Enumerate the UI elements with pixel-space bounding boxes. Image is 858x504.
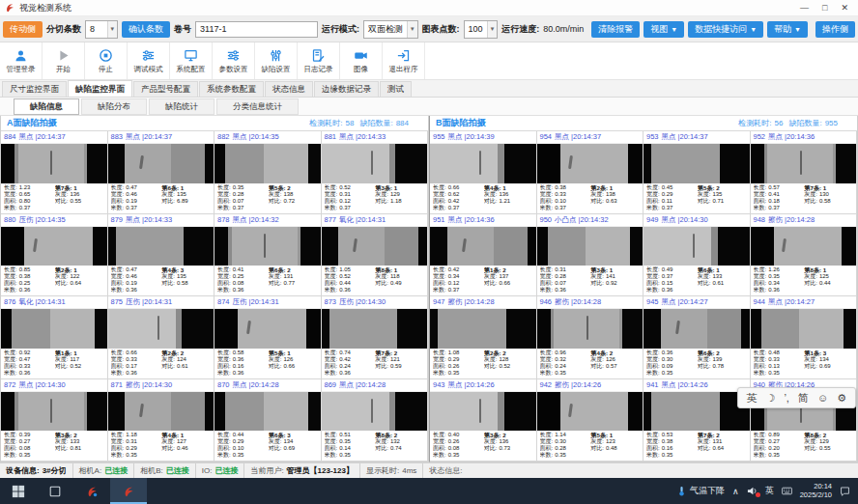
ribbon-params-button[interactable]: 参数设置 (213, 42, 255, 79)
start-button[interactable] (0, 478, 37, 504)
close-button[interactable]: ✕ (841, 1, 848, 14)
ribbon-tune-button[interactable]: 调试模式 (128, 42, 170, 79)
defect-cell[interactable]: 946擦伤|20:14:28长度:0.96宽度:0.32面积:0.24米数:0.… (537, 296, 644, 379)
ime-indicator[interactable]: 英 (765, 485, 774, 497)
defect-cell[interactable]: 869黑点|20:14:28长度:0.51宽度:0.35面积:0.14米数:0.… (322, 379, 429, 462)
weather-widget[interactable]: 气温下降 (676, 485, 725, 497)
defect-cell[interactable]: 953黑点|20:14:37长度:0.45宽度:0.29面积:0.11米数:0.… (644, 131, 751, 214)
defect-cell[interactable]: 950小凸点|20:14:32长度:0.31宽度:0.28面积:0.07米数:0… (537, 214, 644, 297)
confirm-strips-button[interactable]: 确认条数 (122, 21, 170, 38)
defect-cell[interactable]: 954黑点|20:14:37长度:0.38宽度:0.33面积:0.10米数:0.… (537, 131, 644, 214)
ribbon-play-button[interactable]: 开始 (43, 42, 85, 79)
defect-cell[interactable]: 877氧化|20:14:31长度:1.05宽度:0.52面积:0.44米数:0.… (322, 214, 429, 297)
defect-image (644, 144, 750, 183)
help-menu-button[interactable]: 帮助▼ (767, 21, 808, 38)
ribbon-exit-button[interactable]: 退出程序 (383, 42, 425, 79)
task-view-button[interactable] (37, 478, 73, 504)
taskbar-app-icon[interactable] (73, 478, 110, 504)
defect-gray: 灰度:135 (161, 273, 211, 280)
tab-5[interactable]: 边缘数据记录 (314, 81, 379, 97)
tab-0[interactable]: 尺寸监控界面 (2, 81, 67, 97)
tab-4[interactable]: 状态信息 (265, 81, 313, 97)
tab-1[interactable]: 缺陷监控界面 (68, 80, 132, 97)
defect-cell[interactable]: 881黑点|20:14:33长度:0.52宽度:0.31面积:0.12米数:0.… (322, 131, 429, 214)
ribbon-monitor-button[interactable]: 系统配置 (170, 42, 213, 79)
defect-cell[interactable]: 871擦伤|20:14:30长度:1.18宽度:0.31面积:0.29米数:0.… (108, 379, 215, 462)
defect-cell[interactable]: 952黑点|20:14:36长度:0.57宽度:0.41面积:0.18米数:0.… (751, 131, 858, 214)
run-mode-select[interactable]: 双面检测▾ (363, 20, 418, 39)
defect-cell[interactable]: 945黑点|20:14:27长度:0.36宽度:0.30面积:0.09米数:0.… (644, 296, 751, 379)
defect-cell[interactable]: 876氧化|20:14:31长度:0.92宽度:0.47面积:0.33米数:0.… (1, 296, 108, 379)
camera-icon (354, 48, 368, 64)
defect-cell[interactable]: 883黑点|20:14:37长度:0.47宽度:0.46面积:0.19米数:0.… (108, 131, 215, 214)
ime-punct-icon[interactable]: ’, (784, 389, 789, 406)
defect-id: 883 (111, 132, 124, 141)
defect-cell[interactable]: 875压伤|20:14:31长度:0.66宽度:0.33面积:0.17米数:0.… (108, 296, 215, 379)
defect-metrics-left: 长度:0.41宽度:0.25面积:0.08米数:0.36 (217, 266, 267, 295)
defect-width: 宽度:0.42 (325, 356, 374, 363)
taskbar-active-app-icon[interactable] (110, 478, 147, 504)
operate-side-button[interactable]: 操作侧 (815, 21, 855, 38)
defect-cell[interactable]: 879黑点|20:14:33长度:0.47宽度:0.46面积:0.19米数:0.… (108, 214, 215, 297)
defect-cell[interactable]: 878黑点|20:14:32长度:0.41宽度:0.25面积:0.08米数:0.… (214, 214, 322, 297)
defect-strip: 第3条: 1 (590, 266, 640, 273)
tab-2[interactable]: 产品型号配置 (133, 81, 198, 97)
chart-points-select[interactable]: 100▾ (464, 20, 499, 39)
ime-moon-icon[interactable]: ☽ (766, 389, 776, 406)
defect-width: 宽度:0.31 (111, 438, 160, 445)
chevron-down-icon: ▼ (750, 24, 757, 35)
defect-cell[interactable]: 955黑点|20:14:39长度:0.66宽度:0.62面积:0.42米数:0.… (430, 131, 537, 214)
defect-cell[interactable]: 942擦伤|20:14:26长度:1.14宽度:0.30面积:0.28米数:0.… (537, 379, 644, 462)
defect-cell[interactable]: 873压伤|20:14:30长度:0.74宽度:0.42面积:0.24米数:0.… (322, 296, 429, 379)
ime-simplified[interactable]: 简 (798, 389, 809, 406)
defect-id: 946 (540, 297, 553, 306)
defect-cell[interactable]: 884黑点|20:14:37长度:1.23宽度:0.65面积:0.80米数:0.… (1, 131, 108, 214)
tab-6[interactable]: 测试 (380, 81, 412, 97)
ribbon-camera-button[interactable]: 图像 (340, 42, 383, 79)
defect-cell-header: 941黑点|20:14:26 (644, 379, 750, 392)
notification-center-icon[interactable] (840, 486, 850, 496)
ime-english[interactable]: 英 (747, 389, 758, 406)
touch-keyboard-icon[interactable] (782, 486, 792, 496)
defect-cell[interactable]: 947擦伤|20:14:28长度:1.08宽度:0.29面积:0.26米数:0.… (430, 296, 537, 379)
clock[interactable]: 20:14 2025/2/10 (800, 483, 832, 499)
ribbon-log-button[interactable]: 日志记录 (298, 42, 340, 79)
defect-cell[interactable]: 944黑点|20:14:27长度:0.48宽度:0.33面积:0.13米数:0.… (751, 296, 858, 379)
ime-emoji-icon[interactable]: ☺ (817, 389, 828, 406)
clear-alarm-button[interactable]: 清除报警 (591, 21, 640, 38)
drive-side-button[interactable]: 传动侧 (3, 21, 43, 38)
view-menu-button[interactable]: 视图▼ (644, 21, 684, 38)
defect-cell[interactable]: 951黑点|20:14:36长度:0.42宽度:0.34面积:0.12米数:0.… (430, 214, 537, 297)
data-quick-access-button[interactable]: 数据快捷访问▼ (688, 21, 763, 38)
defect-cell[interactable]: 882黑点|20:14:35长度:0.35宽度:0.28面积:0.07米数:0.… (214, 131, 322, 214)
roll-number-input[interactable] (195, 21, 318, 38)
ribbon-stop-button[interactable]: 停止 (85, 42, 128, 79)
defect-cell[interactable]: 880压伤|20:14:35长度:0.85宽度:0.38面积:0.25米数:0.… (1, 214, 108, 297)
defect-cell[interactable]: 870黑点|20:14:28长度:0.44宽度:0.29面积:0.10米数:0.… (214, 379, 322, 462)
tray-expand-icon[interactable]: ∧ (732, 487, 739, 496)
defect-id: 876 (4, 297, 16, 306)
defect-metrics-left: 长度:0.66宽度:0.33面积:0.17米数:0.36 (111, 350, 160, 378)
subtab-0[interactable]: 缺陷信息 (14, 98, 79, 115)
defect-cell[interactable]: 943黑点|20:14:26长度:0.40宽度:0.26面积:0.08米数:0.… (430, 379, 537, 462)
ribbon-user-button[interactable]: 管理登录 (0, 42, 43, 79)
defect-cell[interactable]: 949黑点|20:14:30长度:0.49宽度:0.37面积:0.15米数:0.… (644, 214, 751, 297)
subtab-2[interactable]: 缺陷统计 (149, 98, 214, 115)
defect-metrics-right: 第7条: 2灰度:121对比:0.59 (375, 350, 424, 378)
strip-count-select[interactable]: 8▾ (85, 20, 118, 39)
defect-info: 长度:0.57宽度:0.41面积:0.18米数:0.37第7条: 1灰度:130… (751, 183, 857, 213)
defect-strip: 第8条: 2 (375, 432, 424, 438)
ime-settings-icon[interactable]: ⚙ (837, 389, 846, 406)
defect-cell[interactable]: 872黑点|20:14:30长度:0.39宽度:0.27面积:0.08米数:0.… (1, 379, 108, 462)
ribbon-defects-button[interactable]: 缺陷设置 (255, 42, 298, 79)
defect-cell[interactable]: 874压伤|20:14:31长度:0.58宽度:0.36面积:0.16米数:0.… (214, 296, 322, 379)
maximize-button[interactable]: □ (822, 1, 827, 14)
volume-icon[interactable] (747, 486, 758, 496)
tab-3[interactable]: 系统参数配置 (199, 81, 264, 97)
subtab-1[interactable]: 缺陷分布 (81, 98, 147, 115)
defect-type: 黑点 (768, 132, 783, 141)
defect-cell[interactable]: 941黑点|20:14:26长度:0.53宽度:0.38面积:0.16米数:0.… (644, 379, 751, 462)
minimize-button[interactable]: — (800, 1, 809, 14)
subtab-3[interactable]: 分类信息统计 (216, 98, 299, 115)
defect-cell[interactable]: 948擦伤|20:14:28长度:1.26宽度:0.35面积:0.34米数:0.… (751, 214, 858, 297)
